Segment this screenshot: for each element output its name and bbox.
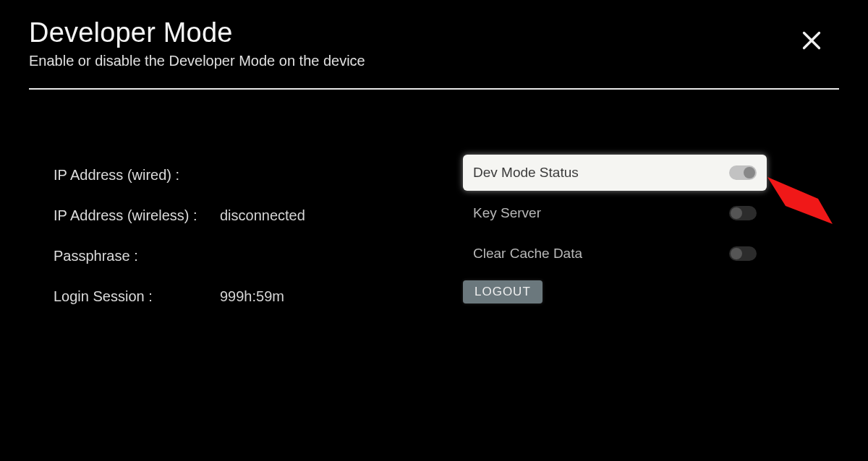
ip-wired-label: IP Address (wired) :: [54, 167, 220, 184]
header-divider: [29, 88, 839, 90]
clear-cache-row[interactable]: Clear Cache Data: [463, 236, 767, 272]
ip-wired-row: IP Address (wired) :: [54, 155, 434, 195]
logout-button-label: LOGOUT: [475, 285, 531, 298]
ip-wireless-label: IP Address (wireless) :: [54, 207, 220, 224]
passphrase-label: Passphrase :: [54, 248, 220, 264]
key-server-label: Key Server: [473, 205, 541, 221]
clear-cache-label: Clear Cache Data: [473, 246, 582, 262]
close-icon: [799, 27, 825, 53]
key-server-toggle[interactable]: [729, 206, 757, 220]
passphrase-row: Passphrase :: [54, 236, 434, 276]
close-button[interactable]: [799, 27, 825, 53]
dev-mode-status-toggle[interactable]: [729, 165, 757, 180]
header: Developer Mode Enable or disable the Dev…: [29, 17, 839, 69]
clear-cache-toggle[interactable]: [729, 246, 757, 261]
login-session-value: 999h:59m: [220, 288, 284, 305]
page-subtitle: Enable or disable the Developer Mode on …: [29, 53, 839, 69]
login-session-row: Login Session : 999h:59m: [54, 276, 434, 316]
ip-wireless-row: IP Address (wireless) : disconnected: [54, 195, 434, 236]
ip-wireless-value: disconnected: [220, 207, 305, 224]
page-title: Developer Mode: [29, 17, 839, 48]
key-server-row[interactable]: Key Server: [463, 195, 767, 231]
settings-panel: Dev Mode Status Key Server Clear Cache D…: [463, 155, 767, 316]
network-info-panel: IP Address (wired) : IP Address (wireles…: [29, 155, 434, 316]
dev-mode-status-label: Dev Mode Status: [473, 165, 579, 181]
logout-button[interactable]: LOGOUT: [463, 280, 542, 303]
login-session-label: Login Session :: [54, 288, 220, 305]
dev-mode-status-row[interactable]: Dev Mode Status: [463, 155, 767, 191]
